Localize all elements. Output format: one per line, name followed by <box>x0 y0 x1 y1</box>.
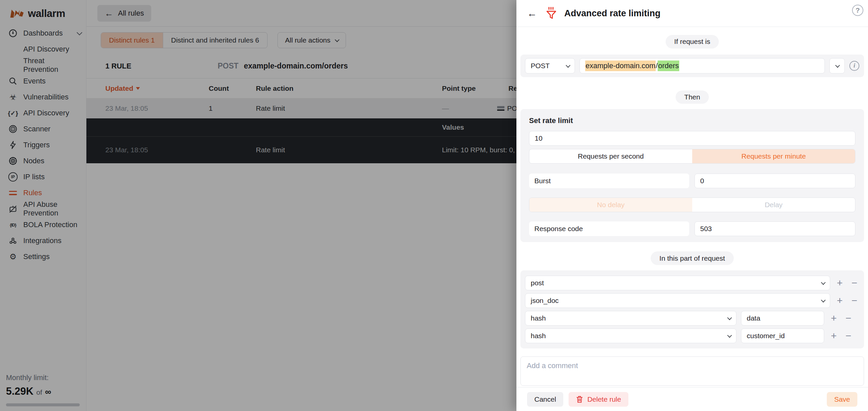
add-part-icon[interactable]: + <box>835 296 845 305</box>
rate-limit-value-input[interactable] <box>529 131 856 146</box>
condition-row: POST example-domain.com/orders i <box>520 55 864 77</box>
trash-icon <box>576 395 583 403</box>
if-request-is-pill: If request is <box>665 35 719 49</box>
response-code-label: Response code <box>529 222 689 236</box>
method-select-value: POST <box>531 62 550 70</box>
modal-dim-overlay <box>0 0 517 411</box>
delay-toggle: No delay Delay <box>529 198 856 212</box>
delete-rule-label: Delete rule <box>587 395 621 403</box>
part-select-hash-1[interactable]: hash <box>525 311 736 326</box>
part-select-json-doc[interactable]: json_doc <box>525 293 830 308</box>
request-part-row: json_doc + − <box>525 293 859 308</box>
comment-textarea[interactable] <box>520 356 864 386</box>
rate-unit-toggle: Requests per second Requests per minute <box>529 149 856 164</box>
chevron-down-icon <box>835 63 840 67</box>
rate-limit-card: Set rate limit Requests per second Reque… <box>520 109 864 242</box>
save-button[interactable]: Save <box>827 392 857 407</box>
request-part-row: post + − <box>525 276 859 290</box>
remove-part-icon[interactable]: − <box>849 296 859 305</box>
part-key-input[interactable] <box>741 328 824 343</box>
delete-rule-button[interactable]: Delete rule <box>568 392 628 407</box>
method-select[interactable]: POST <box>525 58 575 74</box>
part-select-value: post <box>531 279 544 287</box>
panel-body: If request is POST example-domain.com/or… <box>517 27 868 387</box>
no-delay-option[interactable]: No delay <box>529 198 692 212</box>
panel-footer: Cancel Delete rule Save <box>517 387 868 411</box>
cancel-button[interactable]: Cancel <box>527 392 563 407</box>
info-icon[interactable]: i <box>849 61 859 71</box>
comment-section <box>520 356 864 387</box>
request-part-row: hash + − <box>525 311 859 326</box>
requests-per-minute-option[interactable]: Requests per minute <box>692 149 855 163</box>
add-part-icon[interactable]: + <box>829 331 839 341</box>
uri-path-highlight: orders <box>658 60 679 71</box>
response-code-input[interactable] <box>694 222 856 236</box>
chevron-down-icon <box>727 333 732 338</box>
chevron-down-icon <box>727 316 732 320</box>
delay-option[interactable]: Delay <box>692 198 855 212</box>
back-arrow-icon[interactable]: ← <box>527 8 537 18</box>
add-part-icon[interactable]: + <box>829 313 839 323</box>
burst-input[interactable] <box>694 174 856 188</box>
remove-part-icon[interactable]: − <box>843 313 854 323</box>
help-icon[interactable]: ? <box>852 5 863 16</box>
remove-part-icon[interactable]: − <box>849 278 859 288</box>
remove-part-icon[interactable]: − <box>843 331 854 341</box>
burst-row: Burst <box>529 174 856 188</box>
response-code-row: Response code <box>529 222 856 236</box>
advanced-rate-limiting-panel: ← Advanced rate limiting ? If request is… <box>517 0 868 411</box>
part-select-post[interactable]: post <box>525 276 830 290</box>
request-part-row: hash + − <box>525 328 859 343</box>
part-select-value: hash <box>531 314 546 322</box>
panel-header: ← Advanced rate limiting ? <box>517 0 868 27</box>
burst-label: Burst <box>529 174 689 188</box>
part-select-value: json_doc <box>531 297 559 304</box>
uri-host-highlight: example-domain.com <box>585 60 656 71</box>
requests-per-second-option[interactable]: Requests per second <box>529 149 692 163</box>
chevron-down-icon <box>821 298 826 302</box>
chevron-down-icon <box>821 280 826 285</box>
request-parts-card: post + − json_doc + − hash <box>520 270 864 349</box>
add-part-icon[interactable]: + <box>835 278 845 288</box>
uri-input[interactable]: example-domain.com/orders <box>580 58 825 74</box>
rate-limit-heading: Set rate limit <box>529 116 856 125</box>
panel-title: Advanced rate limiting <box>564 8 661 19</box>
chevron-down-icon <box>566 63 570 67</box>
expand-condition-button[interactable] <box>830 58 845 74</box>
then-pill: Then <box>676 90 709 104</box>
part-key-input[interactable] <box>741 311 824 326</box>
rate-limit-funnel-icon <box>546 7 557 20</box>
in-this-part-pill: In this part of request <box>651 252 734 265</box>
part-select-hash-2[interactable]: hash <box>525 328 736 343</box>
part-select-value: hash <box>531 332 546 340</box>
